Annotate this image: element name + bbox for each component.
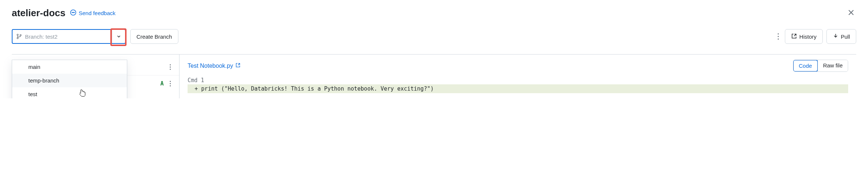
added-status-badge: A: [160, 80, 164, 87]
pull-button[interactable]: Pull: [826, 29, 856, 44]
branch-option-temp-branch[interactable]: temp-branch: [12, 74, 127, 87]
svg-point-2: [73, 12, 73, 13]
diff-added-line: + print ("Hello, Databricks! This is a P…: [188, 84, 848, 93]
close-button[interactable]: [846, 7, 856, 19]
svg-point-4: [17, 34, 18, 36]
svg-point-10: [170, 64, 171, 66]
branch-option-test[interactable]: test: [12, 87, 127, 98]
external-link-icon: [235, 63, 241, 69]
tree-more-button[interactable]: [167, 62, 173, 72]
svg-point-14: [170, 83, 171, 84]
svg-point-7: [778, 33, 779, 34]
view-mode-toggle: Code Raw file: [793, 60, 848, 72]
branch-dropdown-toggle[interactable]: [112, 30, 125, 43]
send-feedback-link[interactable]: Send feedback: [70, 9, 115, 17]
svg-point-3: [74, 12, 74, 13]
branch-option-label: temp-branch: [28, 77, 59, 84]
svg-point-5: [17, 38, 18, 39]
view-raw-tab[interactable]: Raw file: [818, 60, 848, 71]
feedback-label: Send feedback: [79, 10, 115, 16]
history-label: History: [799, 34, 817, 40]
branch-option-label: test: [28, 91, 37, 97]
external-link-icon: [791, 33, 797, 40]
more-actions-button[interactable]: [775, 31, 781, 42]
diff-content: Cmd 1 + print ("Hello, Databricks! This …: [188, 76, 848, 93]
download-icon: [833, 33, 839, 40]
branch-icon: [13, 34, 22, 39]
tree-row-more-button[interactable]: [167, 78, 173, 89]
branch-selector[interactable]: [12, 29, 126, 44]
svg-point-13: [170, 81, 171, 82]
pull-label: Pull: [841, 34, 850, 40]
branch-option-label: main: [28, 64, 40, 70]
branch-dropdown-menu: main temp-branch test test2: [12, 60, 127, 98]
cmd-number-label: Cmd 1: [188, 76, 848, 84]
view-code-tab[interactable]: Code: [793, 60, 818, 72]
file-name-link[interactable]: Test Notebook.py: [188, 63, 241, 69]
branch-option-main[interactable]: main: [12, 60, 127, 74]
svg-point-1: [72, 12, 72, 13]
history-button[interactable]: History: [785, 29, 823, 44]
create-branch-button[interactable]: Create Branch: [130, 29, 178, 44]
feedback-icon: [70, 9, 77, 17]
svg-point-15: [170, 85, 171, 87]
branch-input[interactable]: [22, 30, 112, 43]
svg-point-11: [170, 67, 171, 68]
page-title: atelier-docs: [12, 7, 65, 19]
svg-point-9: [778, 38, 779, 39]
svg-point-8: [778, 36, 779, 37]
svg-point-6: [20, 35, 21, 36]
svg-point-12: [170, 69, 171, 70]
file-detail-panel: Test Notebook.py Code Raw file Cmd 1 + p…: [179, 55, 856, 98]
file-name-text: Test Notebook.py: [188, 63, 233, 69]
